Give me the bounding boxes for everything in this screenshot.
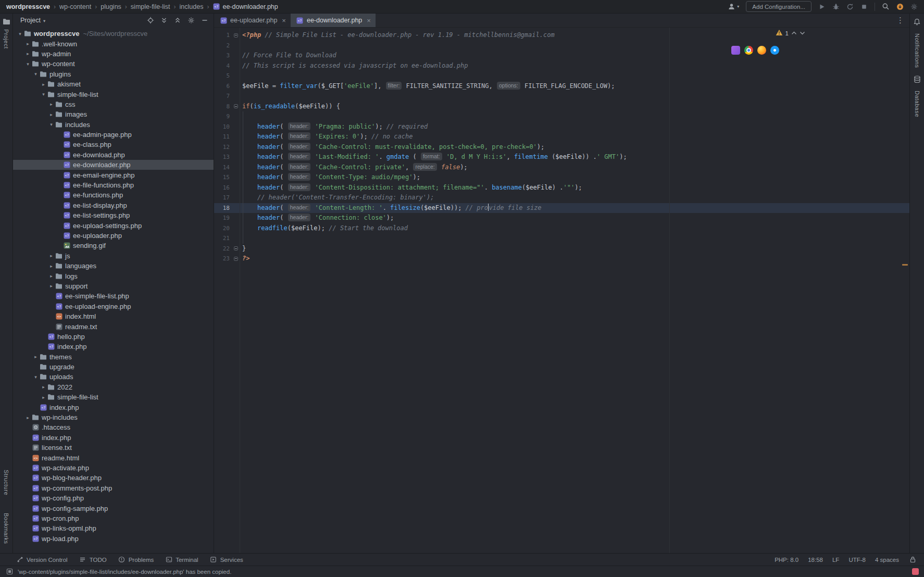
tree-row-ee-uploader-php[interactable]: <?ee-uploader.php bbox=[13, 231, 214, 241]
tree-row-images[interactable]: ▸images bbox=[13, 109, 214, 119]
line-number[interactable]: 2 bbox=[214, 41, 232, 51]
tree-row-sending-gif[interactable]: sending.gif bbox=[13, 241, 214, 250]
tree-row-ee-file-functions-php[interactable]: <?ee-file-functions.php bbox=[13, 180, 214, 190]
fold-marker[interactable] bbox=[232, 254, 240, 264]
breadcrumb-item[interactable]: includes bbox=[180, 3, 204, 10]
status-4-spaces[interactable]: 4 spaces bbox=[875, 557, 899, 563]
tree-row-wp-admin[interactable]: ▸wp-admin bbox=[13, 49, 214, 59]
tree-row-includes[interactable]: ▾includes bbox=[13, 120, 214, 130]
status-item-services[interactable]: Services bbox=[209, 556, 243, 564]
stripe-bookmarks-label[interactable]: Bookmarks bbox=[3, 513, 9, 544]
tree-chevron-icon[interactable]: ▸ bbox=[47, 264, 55, 269]
tree-chevron-icon[interactable]: ▸ bbox=[24, 41, 32, 46]
tree-row-well-known[interactable]: ▸.well-known bbox=[13, 39, 214, 48]
line-number[interactable]: 12 bbox=[214, 142, 232, 153]
tree-row-wp-config-sample-php[interactable]: <?wp-config-sample.php bbox=[13, 503, 214, 513]
editor-tab-ee-downloader-php[interactable]: <?ee-downloader.php× bbox=[291, 14, 376, 27]
warning-stripe-mark[interactable] bbox=[902, 264, 908, 266]
code-line[interactable]: 17 // header('Content-Transfer-Encoding:… bbox=[214, 193, 909, 203]
stop-icon[interactable] bbox=[860, 3, 868, 10]
line-number[interactable]: 23 bbox=[214, 254, 232, 264]
code-line[interactable]: 19 header( header: 'Connection: close'); bbox=[214, 213, 909, 223]
tree-row-license-txt[interactable]: license.txt bbox=[13, 443, 214, 453]
line-number[interactable]: 1 bbox=[214, 30, 232, 41]
code-line[interactable]: 14 header( header: 'Cache-Control: priva… bbox=[214, 162, 909, 173]
next-problem-icon[interactable] bbox=[800, 31, 805, 35]
code-line[interactable]: 7 bbox=[214, 91, 909, 102]
tree-row-wp-load-php[interactable]: <?wp-load.php bbox=[13, 534, 214, 544]
line-number[interactable]: 11 bbox=[214, 132, 232, 142]
line-number[interactable]: 7 bbox=[214, 91, 232, 102]
tree-row-wp-links-opml-php[interactable]: <?wp-links-opml.php bbox=[13, 523, 214, 533]
line-number[interactable]: 18 bbox=[214, 203, 232, 214]
inspections-widget[interactable]: 1 bbox=[776, 29, 805, 37]
tree-row-wp-cron-php[interactable]: <?wp-cron.php bbox=[13, 513, 214, 523]
tree-row-akismet[interactable]: ▸akismet bbox=[13, 79, 214, 89]
tree-row-uploads[interactable]: ▾uploads bbox=[13, 372, 214, 382]
code-line[interactable]: 16 header( header: 'Content-Disposition:… bbox=[214, 183, 909, 193]
breadcrumb-item[interactable]: wordpresscve bbox=[6, 3, 50, 10]
stripe-project-label[interactable]: Project bbox=[3, 29, 9, 49]
database-icon[interactable] bbox=[913, 75, 921, 83]
close-tab-icon[interactable]: × bbox=[367, 17, 371, 24]
tree-row-wordpresscve[interactable]: ▾wordpresscve~/Sites/wordpresscve bbox=[13, 29, 214, 39]
tree-chevron-icon[interactable]: ▾ bbox=[24, 61, 32, 67]
rerun-icon[interactable] bbox=[846, 3, 854, 10]
status-item-todo[interactable]: TODO bbox=[79, 556, 107, 564]
tree-row-ee-upload-settings-php[interactable]: <?ee-upload-settings.php bbox=[13, 220, 214, 230]
tree-row-index-php[interactable]: <?index.php bbox=[13, 402, 214, 412]
tree-row-ee-class-php[interactable]: <?ee-class.php bbox=[13, 140, 214, 149]
tree-row-wp-activate-php[interactable]: <?wp-activate.php bbox=[13, 463, 214, 473]
line-number[interactable]: 5 bbox=[214, 71, 232, 81]
code-line[interactable]: 10 header( header: 'Pragma: public'); //… bbox=[214, 122, 909, 132]
tree-row-simple-file-list[interactable]: ▾simple-file-list bbox=[13, 89, 214, 99]
tree-chevron-icon[interactable]: ▾ bbox=[47, 122, 55, 127]
stripe-notifications-label[interactable]: Notifications bbox=[914, 33, 920, 68]
tree-row-ee-admin-page-php[interactable]: <?ee-admin-page.php bbox=[13, 130, 214, 140]
tree-chevron-icon[interactable]: ▸ bbox=[47, 283, 55, 288]
locate-file-icon[interactable] bbox=[146, 17, 154, 24]
tree-row-simple-file-list[interactable]: ▸simple-file-list bbox=[13, 392, 214, 402]
code-line[interactable]: 12 header( header: 'Cache-Control: must-… bbox=[214, 142, 909, 153]
safari-icon[interactable] bbox=[770, 46, 779, 55]
tree-chevron-icon[interactable]: ▸ bbox=[47, 273, 55, 279]
breadcrumb-item[interactable]: simple-file-list bbox=[131, 3, 170, 10]
builtin-preview-icon[interactable] bbox=[731, 46, 740, 55]
close-tab-icon[interactable]: × bbox=[282, 17, 286, 24]
code-line[interactable]: 18 header( header: 'Content-Length: '. f… bbox=[214, 203, 909, 214]
status-18-58[interactable]: 18:58 bbox=[808, 557, 823, 563]
tree-row-ee-downloader-php[interactable]: <?ee-downloader.php bbox=[13, 160, 214, 170]
settings-icon[interactable] bbox=[910, 3, 918, 10]
tree-row-ee-functions-php[interactable]: <?ee-functions.php bbox=[13, 190, 214, 200]
code-editor[interactable]: 1<?php // Simple File List - ee-download… bbox=[214, 28, 909, 553]
tree-chevron-icon[interactable]: ▸ bbox=[40, 395, 47, 400]
code-line[interactable]: 9 bbox=[214, 111, 909, 122]
stripe-structure-label[interactable]: Structure bbox=[3, 470, 9, 495]
tree-chevron-icon[interactable]: ▸ bbox=[24, 51, 32, 56]
line-number[interactable]: 17 bbox=[214, 193, 232, 203]
tab-options-icon[interactable]: ⋮ bbox=[891, 16, 909, 25]
status-item-terminal[interactable]: Terminal bbox=[165, 556, 198, 564]
tree-row-plugins[interactable]: ▾plugins bbox=[13, 69, 214, 79]
line-number[interactable]: 16 bbox=[214, 183, 232, 193]
tree-row-htaccess[interactable]: .htaccess bbox=[13, 422, 214, 432]
tree-row-ee-download-php[interactable]: <?ee-download.php bbox=[13, 150, 214, 160]
tree-chevron-icon[interactable]: ▸ bbox=[40, 82, 47, 87]
line-number[interactable]: 13 bbox=[214, 152, 232, 162]
prev-problem-icon[interactable] bbox=[791, 31, 797, 35]
line-number[interactable]: 4 bbox=[214, 61, 232, 71]
code-line[interactable]: 15 header( header: 'Content-Type: audio/… bbox=[214, 172, 909, 183]
code-line[interactable]: 20 readfile($eeFile); // Start the downl… bbox=[214, 223, 909, 234]
line-number[interactable]: 14 bbox=[214, 162, 232, 173]
tree-row-logs[interactable]: ▸logs bbox=[13, 271, 214, 281]
chrome-icon[interactable] bbox=[744, 46, 753, 55]
tree-chevron-icon[interactable]: ▸ bbox=[40, 384, 47, 390]
user-icon[interactable]: ▾ bbox=[728, 3, 739, 10]
tree-chevron-icon[interactable]: ▸ bbox=[47, 112, 55, 117]
line-number[interactable]: 20 bbox=[214, 223, 232, 234]
line-number[interactable]: 10 bbox=[214, 122, 232, 132]
stripe-database-label[interactable]: Database bbox=[914, 91, 920, 117]
code-line[interactable]: 22} bbox=[214, 244, 909, 254]
tree-row-index-php[interactable]: <?index.php bbox=[13, 342, 214, 352]
notification-indicator-icon[interactable] bbox=[912, 568, 919, 575]
